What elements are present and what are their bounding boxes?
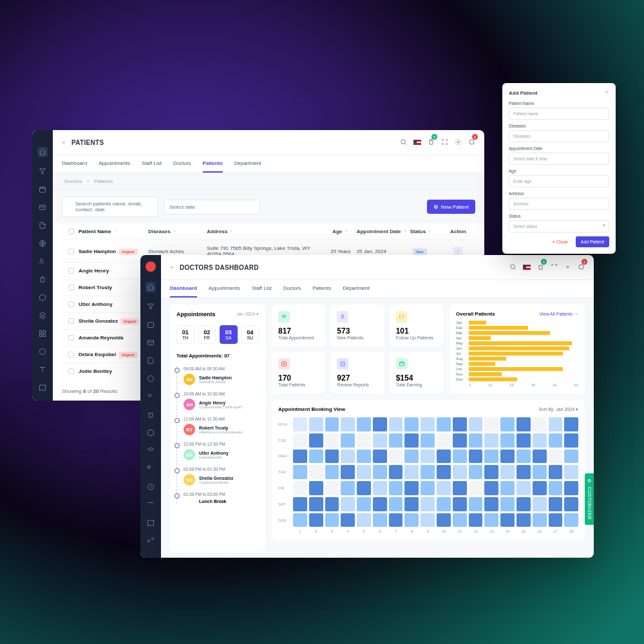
action-menu-icon[interactable]: ⋮ xyxy=(453,247,462,256)
heatmap-cell[interactable] xyxy=(549,450,563,464)
appointment-slot[interactable]: 01:30 PM to 03:00 PMLunch Break xyxy=(184,492,259,504)
box-icon[interactable] xyxy=(147,429,155,437)
heatmap-cell[interactable] xyxy=(500,433,515,448)
heatmap-cell[interactable] xyxy=(325,465,339,479)
heatmap-cell[interactable] xyxy=(533,497,547,511)
field-input[interactable]: Select date & time xyxy=(509,153,609,165)
heatmap-cell[interactable] xyxy=(357,450,371,464)
heatmap-cell[interactable] xyxy=(421,481,435,495)
heatmap-cell[interactable] xyxy=(516,465,531,479)
heatmap-cell[interactable] xyxy=(404,497,419,511)
tab-staff-list[interactable]: Staff List xyxy=(142,155,162,173)
heatmap-cell[interactable] xyxy=(500,513,515,527)
heatmap-cell[interactable] xyxy=(564,465,578,479)
heatmap-sort[interactable]: Sort By: Jan 2024 ▾ xyxy=(538,407,578,412)
mail-icon[interactable] xyxy=(39,204,46,211)
heatmap-cell[interactable] xyxy=(421,417,435,431)
heatmap-cell[interactable] xyxy=(516,481,531,495)
heatmap-cell[interactable] xyxy=(533,433,547,448)
heatmap-cell[interactable] xyxy=(341,417,355,431)
heatmap-cell[interactable] xyxy=(404,433,419,448)
heatmap-cell[interactable] xyxy=(453,497,467,511)
tab-department[interactable]: Department xyxy=(234,155,261,173)
users-icon[interactable] xyxy=(147,393,155,401)
fullscreen-icon[interactable] xyxy=(551,261,558,273)
heatmap-cell[interactable] xyxy=(469,513,483,527)
heatmap-cell[interactable] xyxy=(389,513,403,527)
heatmap-cell[interactable] xyxy=(453,450,467,464)
heatmap-cell[interactable] xyxy=(341,481,355,495)
heatmap-cell[interactable] xyxy=(357,417,371,431)
customizer-tab[interactable]: ⚙CUSTOMIZER xyxy=(585,473,594,525)
field-input[interactable]: Address xyxy=(509,198,609,210)
heatmap-cell[interactable] xyxy=(373,497,387,511)
text-icon[interactable] xyxy=(39,366,46,374)
field-input[interactable]: Diseases xyxy=(509,130,609,142)
field-input[interactable]: Patient name xyxy=(509,108,609,120)
new-patient-button[interactable]: ⊕New Patient xyxy=(427,200,475,214)
heatmap-cell[interactable] xyxy=(549,513,563,527)
grid-icon[interactable] xyxy=(147,465,155,473)
heatmap-cell[interactable] xyxy=(309,450,323,464)
layers-icon[interactable] xyxy=(39,312,46,319)
tab-dashboard[interactable]: Dashboard xyxy=(170,280,197,298)
appointment-slot[interactable]: 09:00 AM to 09:30 AMSHSadie HamptonStoma… xyxy=(184,366,259,385)
tab-doctors[interactable]: Doctors xyxy=(173,155,191,173)
world-icon[interactable] xyxy=(39,348,46,355)
heatmap-cell[interactable] xyxy=(421,450,435,464)
heatmap-cell[interactable] xyxy=(357,513,371,527)
row-checkbox[interactable] xyxy=(68,301,74,307)
heatmap-cell[interactable] xyxy=(484,465,498,479)
file-icon[interactable] xyxy=(147,357,155,365)
heatmap-cell[interactable] xyxy=(549,417,563,431)
heatmap-cell[interactable] xyxy=(516,513,531,527)
heatmap-cell[interactable] xyxy=(421,497,435,511)
heatmap-cell[interactable] xyxy=(421,513,435,527)
heatmap-cell[interactable] xyxy=(437,450,451,464)
users-icon[interactable] xyxy=(39,258,46,265)
heatmap-cell[interactable] xyxy=(404,417,419,431)
heatmap-cell[interactable] xyxy=(293,481,307,495)
row-checkbox[interactable] xyxy=(68,285,74,290)
text-icon[interactable] xyxy=(147,501,155,509)
heatmap-cell[interactable] xyxy=(469,497,483,511)
heatmap-cell[interactable] xyxy=(357,433,371,448)
filter-icon[interactable] xyxy=(147,303,155,310)
heatmap-cell[interactable] xyxy=(453,513,467,527)
heatmap-cell[interactable] xyxy=(325,450,339,464)
flag-icon[interactable] xyxy=(523,265,531,270)
bag-icon[interactable] xyxy=(147,411,155,419)
globe-icon[interactable] xyxy=(39,240,46,247)
calendar-icon[interactable] xyxy=(147,321,155,328)
fullscreen-icon[interactable] xyxy=(441,137,448,148)
heatmap-cell[interactable] xyxy=(484,417,498,431)
month-selector[interactable]: Jan 2024 ▾ xyxy=(236,312,259,317)
sort-icon[interactable] xyxy=(113,229,118,233)
heatmap-cell[interactable] xyxy=(533,481,547,495)
tab-department[interactable]: Department xyxy=(343,280,370,298)
heatmap-cell[interactable] xyxy=(564,450,578,464)
heatmap-cell[interactable] xyxy=(357,481,371,495)
heatmap-cell[interactable] xyxy=(309,513,323,527)
sort-icon[interactable] xyxy=(229,229,234,233)
expand-icon[interactable]: » xyxy=(170,264,173,270)
heatmap-cell[interactable] xyxy=(325,417,339,431)
heatmap-cell[interactable] xyxy=(437,497,451,511)
heatmap-cell[interactable] xyxy=(484,513,498,527)
appointment-slot[interactable]: 10:00 AM to 10:30 AMAHAngie HenryConjunc… xyxy=(184,392,259,410)
heatmap-cell[interactable] xyxy=(484,497,498,511)
heatmap-cell[interactable] xyxy=(533,417,547,431)
heatmap-cell[interactable] xyxy=(293,465,307,479)
row-checkbox[interactable] xyxy=(68,268,74,274)
heatmap-cell[interactable] xyxy=(293,433,307,448)
heatmap-cell[interactable] xyxy=(309,497,323,511)
search-input[interactable]: Search patients name, email, contact, da… xyxy=(62,196,158,217)
heatmap-cell[interactable] xyxy=(469,465,483,479)
heatmap-cell[interactable] xyxy=(404,513,419,527)
heatmap-cell[interactable] xyxy=(293,417,307,431)
appointment-slot[interactable]: 11:00 AM to 11:30 AMRTRobert TrustyInfec… xyxy=(184,417,259,435)
notification-icon[interactable]: 2 xyxy=(468,137,475,148)
date-input[interactable]: Select date xyxy=(164,200,260,214)
heatmap-cell[interactable] xyxy=(437,417,451,431)
heatmap-cell[interactable] xyxy=(500,465,515,479)
